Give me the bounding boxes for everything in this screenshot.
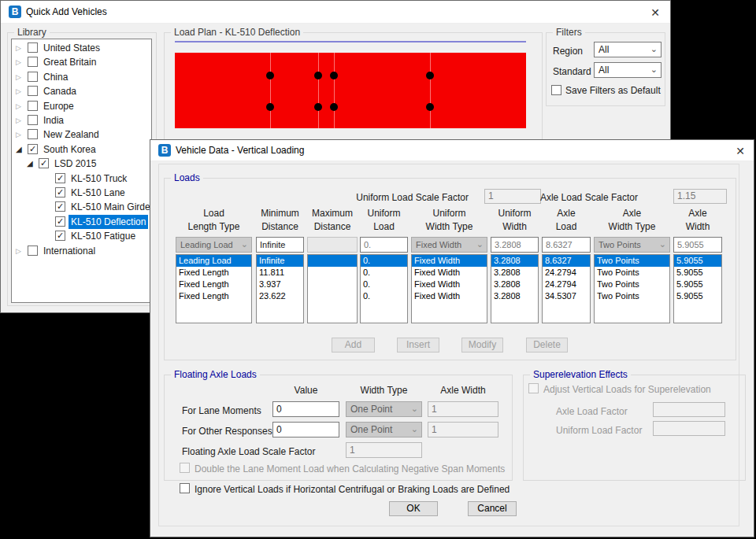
list-cell[interactable] (308, 255, 357, 267)
list-cell[interactable]: Two Points (595, 267, 669, 279)
expand-icon[interactable]: ▷ (16, 57, 21, 67)
list-cell[interactable]: Two Points (595, 279, 669, 290)
collapse-icon[interactable]: ◢ (27, 159, 33, 168)
close-icon[interactable]: ✕ (643, 6, 667, 19)
list-cell[interactable]: 3.2808 (491, 290, 538, 302)
adjust-superelevation-checkbox[interactable] (528, 383, 539, 393)
floating-axle-scale-factor-field[interactable]: 1 (346, 442, 422, 458)
list-cell[interactable] (308, 290, 357, 302)
editor-uniform-load-input[interactable]: 0. (360, 237, 408, 253)
tree-item-china[interactable]: ▷China (12, 70, 151, 84)
add-button[interactable]: Add (332, 338, 375, 353)
tree-item-checkbox[interactable] (28, 129, 38, 139)
tree-item-south-korea[interactable]: ◢✓South Korea (12, 142, 151, 157)
tree-item-kl-510-lane[interactable]: ✓KL-510 Lane (12, 186, 151, 200)
list-cell[interactable]: 3.2808 (491, 267, 538, 279)
tree-item-kl-510-deflection[interactable]: ✓KL-510 Deflection (12, 215, 151, 229)
editor-axle-load-input[interactable]: 8.6327 (542, 237, 591, 253)
list-cell[interactable]: Fixed Length (176, 267, 251, 279)
loads-list-column-axle-width-type[interactable]: Two PointsTwo PointsTwo PointsTwo Points (594, 254, 670, 323)
loads-list-column-maximum-distance[interactable] (307, 254, 358, 323)
lane-moments-width-type-select[interactable]: One Point ⌄ (346, 401, 422, 417)
tree-item-checkbox[interactable] (28, 115, 38, 125)
tree-item-checkbox[interactable] (28, 101, 38, 111)
list-cell[interactable]: Fixed Width (412, 267, 487, 279)
list-cell[interactable]: 0. (361, 255, 407, 267)
list-cell[interactable] (308, 279, 357, 290)
list-cell[interactable]: 24.2794 (543, 267, 590, 279)
expand-icon[interactable]: ▷ (16, 130, 21, 139)
tree-item-checkbox[interactable]: ✓ (55, 231, 65, 241)
editor-length-type-select[interactable]: Leading Load⌄ (176, 237, 252, 253)
list-cell[interactable]: 0. (361, 279, 407, 290)
loads-list-column-axle-width[interactable]: 5.90555.90555.90555.9055 (673, 254, 722, 323)
list-cell[interactable]: 23.622 (257, 290, 303, 302)
quick-add-titlebar[interactable]: B Quick Add Vehicles ✕ (1, 1, 670, 24)
loads-list-column-uniform-width[interactable]: 3.28083.28083.28083.2808 (491, 254, 539, 323)
list-cell[interactable]: 0. (361, 290, 407, 302)
loads-list-column-uniform-width-type[interactable]: Fixed WidthFixed WidthFixed WidthFixed W… (411, 254, 487, 323)
ignore-vertical-loads-checkbox[interactable] (180, 483, 190, 493)
editor-min-distance-input[interactable]: Infinite (256, 237, 304, 253)
tree-item-checkbox[interactable]: ✓ (55, 216, 65, 227)
tree-item-kl-510-fatigue[interactable]: ✓KL-510 Fatigue (12, 229, 151, 243)
list-cell[interactable]: 24.2794 (543, 279, 590, 290)
list-cell[interactable]: Two Points (595, 290, 669, 302)
tree-item-checkbox[interactable] (28, 246, 38, 256)
loads-list[interactable]: Leading LoadFixed LengthFixed LengthFixe… (150, 254, 755, 323)
modify-button[interactable]: Modify (461, 338, 503, 353)
collapse-icon[interactable]: ◢ (16, 145, 22, 154)
expand-icon[interactable]: ▷ (16, 43, 21, 53)
list-cell[interactable]: 0. (361, 267, 407, 279)
save-filters-checkbox[interactable] (551, 85, 561, 95)
list-cell[interactable]: Fixed Length (176, 279, 251, 290)
lane-moments-value-input[interactable]: 0 (272, 401, 339, 417)
list-cell[interactable]: 5.9055 (674, 290, 721, 302)
expand-icon[interactable]: ▷ (16, 246, 21, 256)
library-tree[interactable]: ▷United States▷Great Britain▷China▷Canad… (11, 39, 152, 303)
lane-moments-axle-width-field[interactable]: 1 (428, 401, 498, 417)
tree-item-united-states[interactable]: ▷United States (12, 41, 151, 55)
uniform-load-scale-factor-field[interactable]: 1 (484, 189, 541, 204)
vehicle-data-titlebar[interactable]: B Vehicle Data - Vertical Loading ✕ (150, 140, 754, 161)
list-cell[interactable]: 3.2808 (491, 279, 538, 290)
list-cell[interactable]: Fixed Width (412, 255, 487, 267)
tree-item-checkbox[interactable]: ✓ (39, 158, 49, 168)
tree-item-checkbox[interactable] (28, 42, 38, 53)
list-cell[interactable]: 8.6327 (543, 255, 590, 267)
tree-item-india[interactable]: ▷India (12, 113, 151, 127)
other-responses-value-input[interactable]: 0 (272, 422, 339, 437)
uniform-load-factor-field[interactable] (653, 421, 725, 436)
list-cell[interactable]: Two Points (595, 255, 669, 267)
editor-axle-width-input[interactable]: 5.9055 (673, 237, 722, 253)
insert-button[interactable]: Insert (397, 338, 439, 353)
cancel-button[interactable]: Cancel (468, 501, 517, 516)
loads-list-column-axle-load[interactable]: 8.632724.279424.279434.5307 (542, 254, 591, 323)
expand-icon[interactable]: ▷ (16, 72, 21, 82)
tree-item-checkbox[interactable] (28, 57, 38, 67)
tree-item-checkbox[interactable]: ✓ (28, 144, 38, 154)
tree-item-checkbox[interactable] (28, 86, 38, 96)
tree-item-lsd-2015[interactable]: ◢✓LSD 2015 (12, 157, 151, 171)
delete-button[interactable]: Delete (526, 338, 568, 353)
list-cell[interactable]: 3.2808 (491, 255, 538, 267)
list-cell[interactable]: 3.937 (257, 279, 303, 290)
loads-list-column-minimum-distance[interactable]: Infinite11.8113.93723.622 (256, 254, 304, 323)
tree-item-checkbox[interactable]: ✓ (55, 173, 65, 183)
expand-icon[interactable]: ▷ (16, 116, 21, 125)
list-cell[interactable]: 11.811 (257, 267, 303, 279)
region-select[interactable]: All ⌄ (594, 42, 662, 57)
double-lane-moment-checkbox[interactable] (180, 463, 190, 473)
expand-icon[interactable]: ▷ (16, 102, 21, 111)
list-cell[interactable]: 5.9055 (674, 279, 721, 290)
tree-item-checkbox[interactable]: ✓ (55, 187, 65, 198)
editor-uniform-width-input[interactable]: 3.2808 (491, 237, 539, 253)
tree-item-kl-510-main-girder[interactable]: ✓KL-510 Main Girder (12, 200, 151, 214)
other-responses-width-type-select[interactable]: One Point ⌄ (346, 422, 422, 437)
tree-item-international[interactable]: ▷International (12, 244, 151, 258)
list-cell[interactable]: Fixed Width (412, 290, 487, 302)
list-cell[interactable]: 5.9055 (674, 267, 721, 279)
axle-load-factor-field[interactable] (653, 402, 725, 417)
loads-list-column-uniform-load[interactable]: 0.0.0.0. (360, 254, 408, 323)
editor-max-distance-input[interactable] (307, 237, 358, 253)
